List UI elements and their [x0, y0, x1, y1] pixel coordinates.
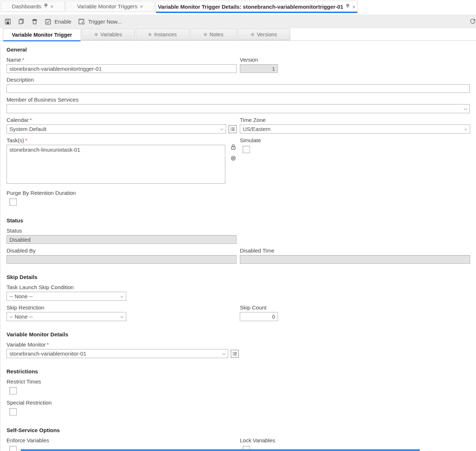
- save-button[interactable]: [4, 18, 11, 25]
- section-title-self-service-options: Self-Service Options: [7, 427, 470, 434]
- trigger-details-form: General Name* Version Description Member…: [0, 46, 476, 451]
- time-zone-label: Time Zone: [240, 117, 470, 123]
- time-zone-select[interactable]: [240, 124, 470, 134]
- calendar-input[interactable]: [7, 124, 226, 134]
- pin-icon[interactable]: [346, 4, 350, 8]
- lock-variables-label: Lock Variables: [240, 437, 470, 444]
- section-title-skip-details: Skip Details: [7, 274, 470, 280]
- calendar-label: Calendar*: [7, 117, 237, 123]
- tab-dot-icon: [204, 33, 207, 36]
- refresh-icon: [469, 20, 476, 26]
- variable-monitor-label: Variable Monitor*: [7, 341, 470, 348]
- trigger-now-button[interactable]: Trigger Now...: [78, 18, 122, 25]
- disabled-time-input: [240, 255, 470, 264]
- window-tab-label: Variable Monitor Trigger Details: stoneb…: [158, 4, 343, 10]
- calendar-select[interactable]: [7, 124, 226, 134]
- business-services-select[interactable]: [7, 104, 470, 113]
- purge-by-retention-duration-checkbox[interactable]: [9, 198, 17, 206]
- enforce-variables-checkbox[interactable]: [9, 446, 17, 451]
- status-label: Status: [7, 227, 237, 234]
- purge-label: Purge By Retention Duration: [7, 190, 470, 196]
- status-input: [7, 235, 237, 244]
- close-icon[interactable]: ×: [140, 4, 143, 9]
- calendar-details-button[interactable]: [229, 125, 237, 133]
- disabled-time-label: Disabled Time: [240, 247, 470, 254]
- enable-button-label: Enable: [54, 19, 71, 25]
- preview-icon: [230, 155, 240, 163]
- version-input: [240, 64, 278, 73]
- detail-tab-label: Variable Monitor Trigger: [12, 32, 72, 38]
- section-title-general: General: [7, 46, 470, 53]
- window-tab-dashboards[interactable]: Dashboards ×: [1, 1, 65, 12]
- record-toolbar: Enable Trigger Now...: [0, 15, 476, 28]
- required-marker: *: [47, 341, 49, 348]
- detail-tab-label: Instances: [154, 32, 177, 37]
- window-tab-label: Dashboards: [12, 3, 41, 9]
- skip-restriction-select[interactable]: [7, 312, 126, 321]
- time-zone-input[interactable]: [240, 124, 470, 134]
- tasks-textarea[interactable]: stonebranch-linuxunixtask-01: [7, 145, 225, 184]
- special-restriction-label: Special Restriction: [7, 399, 470, 406]
- tab-notes[interactable]: Notes: [190, 29, 237, 40]
- copy-icon: [18, 18, 25, 25]
- required-marker: *: [30, 117, 32, 123]
- version-label: Version: [240, 57, 470, 63]
- simulate-checkbox[interactable]: [243, 146, 250, 153]
- tab-dot-icon: [148, 33, 151, 36]
- variable-monitor-select[interactable]: [7, 349, 228, 358]
- tab-versions[interactable]: Versions: [238, 29, 290, 40]
- skip-restriction-input[interactable]: [7, 312, 126, 321]
- save-icon: [4, 18, 11, 25]
- trigger-now-button-label: Trigger Now...: [88, 19, 122, 25]
- window-tab-bar: Dashboards × Variable Monitor Triggers ×…: [0, 0, 476, 12]
- detail-tab-label: Notes: [210, 32, 223, 37]
- skip-count-input[interactable]: [240, 312, 278, 321]
- close-icon[interactable]: ×: [352, 4, 356, 9]
- tasks-label: Task(s)*: [7, 137, 225, 144]
- required-marker: *: [22, 57, 24, 63]
- simulate-label: Simulate: [240, 137, 470, 144]
- picker-icon: [230, 127, 235, 132]
- copy-button[interactable]: [18, 18, 25, 25]
- tab-variables[interactable]: Variables: [82, 29, 135, 40]
- trigger-now-icon: [78, 18, 85, 25]
- refresh-button[interactable]: [469, 18, 476, 26]
- pin-icon[interactable]: [44, 4, 48, 8]
- disabled-by-input: [7, 255, 237, 264]
- tab-dot-icon: [95, 33, 98, 36]
- name-label: Name*: [7, 57, 237, 63]
- enforce-variables-label: Enforce Variables: [7, 437, 237, 444]
- business-services-input[interactable]: [7, 104, 470, 113]
- business-services-label: Member of Business Services: [7, 97, 470, 103]
- section-title-variable-monitor-details: Variable Monitor Details: [7, 331, 470, 338]
- lock-icon[interactable]: [230, 144, 240, 152]
- task-launch-skip-condition-input[interactable]: [7, 292, 126, 301]
- variable-monitor-input[interactable]: [7, 349, 228, 358]
- detail-tab-label: Variables: [100, 32, 122, 37]
- tab-variable-monitor-trigger[interactable]: Variable Monitor Trigger: [3, 29, 81, 40]
- window-tab-trigger-details[interactable]: Variable Monitor Trigger Details: stoneb…: [156, 1, 358, 12]
- task-launch-skip-condition-label: Task Launch Skip Condition: [7, 284, 470, 291]
- description-label: Description: [7, 77, 470, 83]
- skip-count-label: Skip Count: [240, 304, 470, 311]
- variable-monitor-details-button[interactable]: [231, 350, 239, 358]
- description-input[interactable]: [7, 84, 470, 93]
- restrict-times-label: Restrict Times: [7, 378, 470, 385]
- restrict-times-checkbox[interactable]: [9, 387, 17, 394]
- enable-button[interactable]: Enable: [45, 18, 71, 25]
- window-tab-variable-monitor-triggers[interactable]: Variable Monitor Triggers ×: [65, 1, 155, 12]
- section-title-status: Status: [7, 217, 470, 224]
- required-marker: *: [25, 137, 27, 143]
- tab-instances[interactable]: Instances: [136, 29, 189, 40]
- delete-icon: [31, 18, 38, 25]
- horizontal-scrollbar-thumb[interactable]: [21, 449, 420, 451]
- special-restriction-checkbox[interactable]: [9, 408, 17, 415]
- disabled-by-label: Disabled By: [7, 247, 237, 254]
- section-title-restrictions: Restrictions: [7, 368, 470, 375]
- name-input[interactable]: [7, 64, 237, 73]
- picker-icon: [232, 351, 237, 356]
- delete-button[interactable]: [31, 18, 38, 25]
- close-icon[interactable]: ×: [50, 4, 54, 9]
- task-launch-skip-condition-select[interactable]: [7, 292, 126, 301]
- detail-tab-label: Versions: [257, 32, 277, 37]
